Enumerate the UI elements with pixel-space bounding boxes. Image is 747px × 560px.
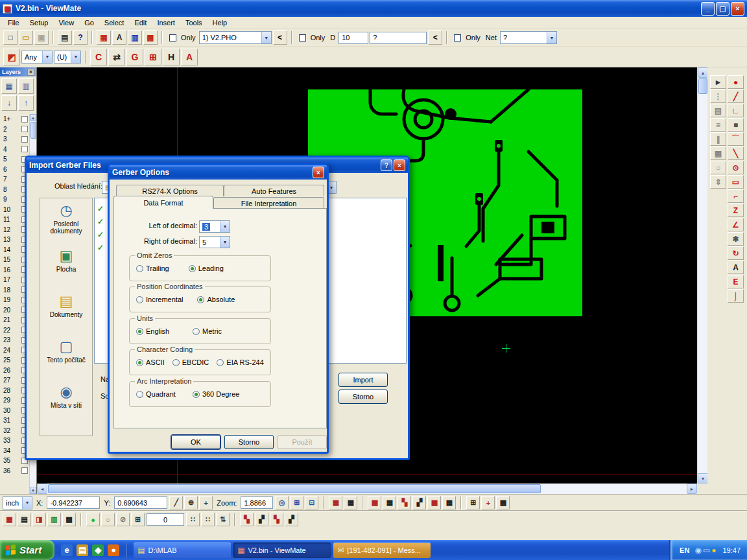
import-button[interactable]: Import: [338, 373, 388, 387]
film-green-icon[interactable]: ▥: [47, 513, 61, 526]
menu-item[interactable]: Setup: [25, 18, 54, 28]
maximize-button[interactable]: ▢: [716, 2, 729, 16]
checker-icon-2[interactable]: ▞: [255, 513, 268, 526]
any-filter-combo[interactable]: Any ▼: [21, 51, 53, 64]
menu-item[interactable]: View: [53, 18, 79, 28]
pattern-icon-2[interactable]: ▦: [383, 496, 396, 509]
messenger-tray-icon[interactable]: ●: [711, 546, 716, 554]
left-of-decimal-combo[interactable]: 3 ▼: [199, 220, 230, 233]
new-file-icon[interactable]: □: [3, 30, 18, 45]
film-half-icon[interactable]: ◨: [32, 513, 46, 526]
tab-file-interpretation[interactable]: File Interpretation: [213, 197, 324, 209]
taskbar-task-button[interactable]: ▦ V2.bin - ViewMate: [233, 542, 331, 558]
checker-icon-3[interactable]: ▚: [270, 513, 283, 526]
menu-item[interactable]: Edit: [129, 18, 152, 28]
scroll-up-icon[interactable]: ▲: [30, 114, 36, 121]
start-button[interactable]: Start: [0, 540, 54, 560]
layer-color-swatch[interactable]: [21, 136, 28, 143]
pad-grid-icon[interactable]: ▩: [143, 30, 158, 45]
grid-red-icon[interactable]: ▦: [329, 496, 342, 509]
only-file-checkbox[interactable]: [169, 34, 176, 41]
draw-line-icon[interactable]: ╱: [728, 89, 744, 103]
scroll-down-icon[interactable]: ▼: [698, 473, 708, 484]
text-tool-icon[interactable]: A: [728, 261, 744, 274]
safely-remove-icon[interactable]: ◉: [694, 546, 701, 554]
radio-option[interactable]: Leading: [189, 264, 224, 272]
horizontal-scrollbar[interactable]: ◄ ►: [37, 484, 697, 494]
print-icon[interactable]: ▤: [58, 30, 72, 45]
move-layer-up-icon[interactable]: ↑: [18, 95, 34, 111]
hatch-view-icon[interactable]: ∥: [710, 132, 726, 146]
apply-button[interactable]: Použít: [278, 435, 327, 449]
layer-row[interactable]: 3: [0, 134, 30, 145]
cancel-button[interactable]: Storno: [338, 390, 388, 404]
a-tool-icon[interactable]: A: [181, 49, 198, 65]
net-combo[interactable]: ? ▼: [500, 31, 557, 44]
x-coordinate-field[interactable]: -0.942237: [47, 496, 100, 509]
aperture-grid-icon[interactable]: ▥: [128, 30, 142, 45]
scroll-left-icon[interactable]: ◄: [37, 484, 47, 494]
layer-color-swatch[interactable]: [21, 467, 28, 474]
film-dark-icon[interactable]: ▤: [18, 513, 31, 526]
menu-item[interactable]: Select: [99, 18, 130, 28]
pattern-icon-6[interactable]: ▦: [442, 496, 456, 509]
zigzag-tool-icon[interactable]: Z: [728, 204, 744, 217]
radio-option[interactable]: Metric: [193, 327, 222, 335]
select-mode-icon[interactable]: ◩: [3, 49, 20, 65]
notch-tool-icon[interactable]: ⌐: [728, 189, 744, 203]
gear-icon[interactable]: ✱: [728, 232, 744, 246]
previous-file-button[interactable]: <: [273, 30, 287, 45]
pattern-icon-3[interactable]: ▚: [397, 496, 411, 509]
menu-item[interactable]: File: [3, 18, 25, 28]
recent-documents-icon[interactable]: ◷ Poslední dokumenty: [40, 202, 92, 248]
checker-icon-1[interactable]: ▚: [240, 513, 254, 526]
pattern-icon-1[interactable]: ▩: [368, 496, 381, 509]
dot-grid-icon[interactable]: ∷: [186, 513, 200, 526]
chevron-down-icon[interactable]: ▼: [42, 51, 52, 63]
pattern-icon-5[interactable]: ▩: [427, 496, 441, 509]
move-layer-down-icon[interactable]: ↓: [1, 95, 17, 111]
hook-tool-icon[interactable]: ⌡: [728, 289, 744, 303]
stack-view-icon[interactable]: ▤: [710, 104, 726, 117]
grid-tool-icon[interactable]: ⊞: [145, 49, 161, 65]
save-icon[interactable]: ▣: [34, 30, 49, 45]
internet-explorer-icon[interactable]: e: [61, 544, 73, 556]
pattern-icon-4[interactable]: ▞: [412, 496, 426, 509]
ok-button[interactable]: OK: [171, 435, 220, 449]
layer-row[interactable]: 2: [0, 124, 30, 135]
context-help-icon[interactable]: ?: [73, 30, 88, 45]
film-hatch-icon[interactable]: ▩: [62, 513, 76, 526]
highlight-state-icon[interactable]: ●: [86, 513, 100, 526]
zoom-tool-icon[interactable]: ◎: [275, 496, 289, 509]
pointer-tool-icon[interactable]: ►: [710, 75, 726, 89]
draw-pad-icon[interactable]: ●: [728, 75, 744, 89]
radio-option[interactable]: Incremental: [136, 296, 183, 303]
dot-grid2-icon[interactable]: ∷: [201, 513, 215, 526]
cancel-button[interactable]: Storno: [224, 435, 274, 449]
origin-icon[interactable]: ⊕: [184, 496, 198, 509]
c-tool-icon[interactable]: C: [90, 49, 107, 65]
g-tool-icon[interactable]: G: [126, 49, 143, 65]
circle-view-icon[interactable]: ○: [710, 161, 726, 174]
grid-view-icon[interactable]: ▦: [710, 146, 726, 160]
radio-option[interactable]: EBCDIC: [172, 358, 209, 366]
menu-item[interactable]: Tools: [180, 18, 208, 28]
layer-grid-icon[interactable]: ▦: [1, 78, 17, 94]
checker-icon-4[interactable]: ▞: [285, 513, 298, 526]
chevron-down-icon[interactable]: ▼: [547, 32, 556, 43]
circle-slash-icon[interactable]: ⊘: [116, 513, 130, 526]
radio-option[interactable]: Trailing: [136, 264, 169, 272]
folder-launch-icon[interactable]: ▤: [77, 544, 88, 556]
file-select-combo[interactable]: 1) V2.PHO ▼: [199, 31, 272, 44]
layer-color-swatch[interactable]: [21, 116, 28, 122]
query-points-icon[interactable]: ⋮: [710, 89, 726, 103]
right-of-decimal-combo[interactable]: 5 ▼: [199, 236, 230, 248]
chevron-down-icon[interactable]: ▼: [220, 221, 230, 232]
radio-option[interactable]: 360 Degree: [193, 390, 240, 398]
layers-stack-icon[interactable]: ▥: [18, 78, 34, 94]
pad-pattern-icon[interactable]: ⊞: [466, 496, 480, 509]
chevron-down-icon[interactable]: ▼: [22, 497, 32, 509]
tab-rs274x-options[interactable]: RS274-X Options: [116, 185, 224, 196]
radio-option[interactable]: EIA RS-244: [217, 358, 263, 366]
my-computer-icon[interactable]: ▢ Tento počítač: [40, 338, 92, 384]
